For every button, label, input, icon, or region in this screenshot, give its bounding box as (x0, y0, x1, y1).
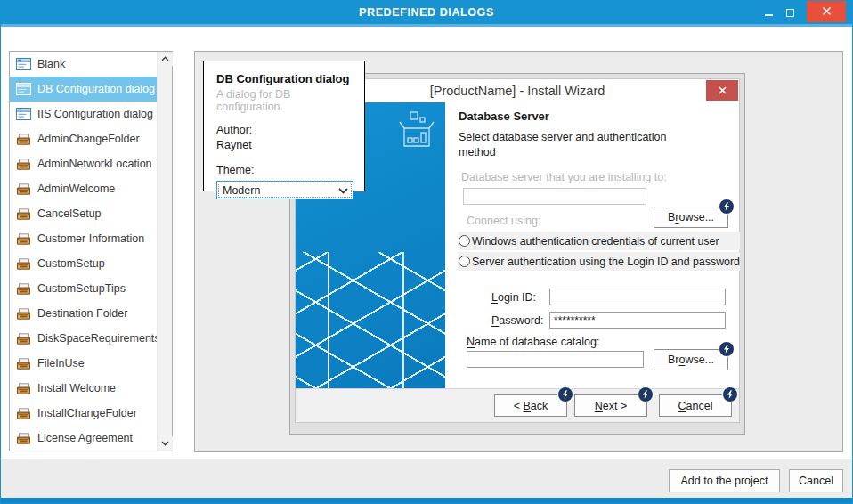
setup-template-icon (16, 357, 31, 370)
windows-auth-radio[interactable] (459, 235, 470, 247)
close-icon (822, 6, 832, 16)
server-auth-radio[interactable] (459, 256, 470, 267)
chevron-down-icon (338, 188, 348, 194)
close-icon (719, 86, 727, 94)
list-item-blank[interactable]: Blank (10, 52, 157, 77)
theme-dropdown[interactable]: Modern (216, 181, 353, 199)
footer-cancel-button[interactable]: Cancel (789, 469, 843, 492)
list-item-iis-configuration-dialog[interactable]: IIS Configuration dialog (10, 102, 157, 126)
list-item-fileinuse[interactable]: FileInUse (10, 351, 157, 376)
wizard-heading: Database Server (459, 110, 549, 123)
popup-description: A dialog for DB configuration. (216, 88, 352, 113)
footer-bar: Add to the project Cancel (1, 459, 852, 498)
chevron-up-icon (161, 56, 169, 61)
list-item-label: AdminWelcome (37, 183, 115, 195)
list-scrollbar[interactable] (157, 52, 172, 451)
wizard-cancel-button[interactable]: Cancel (659, 394, 732, 417)
list-item-installchangefolder[interactable]: InstallChangeFolder (10, 401, 157, 426)
connect-using-label: Connect using: (467, 215, 540, 227)
wizard-button-bar: < Back Next > Cancel (296, 388, 739, 422)
browse-server-button[interactable]: Browse... (654, 207, 728, 228)
lightning-bolt-icon (723, 345, 730, 354)
dialog-window-icon (16, 58, 31, 70)
list-item-customsetuptips[interactable]: CustomSetupTips (10, 276, 157, 301)
setup-template-icon (16, 432, 31, 444)
lightning-bolt-icon (642, 390, 649, 399)
lightning-bolt-icon (723, 202, 730, 211)
list-item-customer-information[interactable]: Customer Information (10, 226, 157, 251)
list-item-label: CancelSetup (37, 207, 102, 220)
setup-template-icon (16, 207, 31, 220)
setup-template-icon (16, 332, 31, 345)
dialog-window-icon (16, 108, 31, 120)
list-item-label: CustomSetup (37, 257, 105, 270)
popup-title: DB Configuration dialog (216, 72, 352, 85)
dialog-window-icon (16, 83, 31, 95)
list-item-label: IIS Configuration dialog (37, 108, 153, 120)
minimize-button[interactable] (759, 4, 778, 21)
author-value: Raynet (216, 138, 352, 153)
password-input[interactable] (549, 312, 726, 329)
catalog-input[interactable] (467, 351, 644, 368)
scroll-down-button[interactable] (158, 436, 173, 451)
maximize-button[interactable] (780, 4, 800, 21)
list-item-label: CustomSetupTips (37, 282, 126, 295)
list-item-label: AdminNetworkLocation (37, 158, 152, 170)
list-item-label: Blank (37, 58, 65, 70)
setup-template-icon (16, 282, 31, 295)
window-titlebar: PREDEFINED DIALOGS (0, 0, 853, 27)
setup-template-icon (16, 158, 31, 170)
dialog-template-items: Blank DB Configuration dialog IIS Config… (10, 52, 157, 451)
template-info-popup: DB Configuration dialog A dialog for DB … (203, 61, 365, 191)
lightning-bolt-icon (727, 390, 734, 399)
login-id-input[interactable] (549, 289, 726, 305)
add-to-project-button[interactable]: Add to the project (669, 469, 780, 492)
list-item-label: InstallChangeFolder (37, 407, 137, 419)
list-item-label: License Agreement (37, 432, 133, 444)
list-item-label: DB Configuration dialog (37, 83, 155, 95)
list-item-label: AdminChangeFolder (37, 133, 140, 145)
list-item-cancelsetup[interactable]: CancelSetup (10, 201, 157, 226)
list-item-license-agreement[interactable]: License Agreement (10, 426, 157, 451)
list-item-label: Destination Folder (37, 307, 127, 320)
package-box-icon (399, 110, 435, 150)
list-item-adminnetworklocation[interactable]: AdminNetworkLocation (10, 151, 157, 176)
list-item-diskspacerequirements[interactable]: DiskSpaceRequirements (10, 326, 157, 351)
chevron-down-icon (161, 441, 169, 446)
setup-template-icon (16, 257, 31, 270)
windows-auth-label: Windows authentication credentials of cu… (472, 235, 719, 248)
wizard-content: Database Server Select database server a… (445, 102, 739, 388)
wizard-close-button[interactable] (706, 80, 738, 101)
list-item-customsetup[interactable]: CustomSetup (10, 251, 157, 276)
list-item-label: Install Welcome (37, 382, 116, 394)
event-badge (723, 387, 737, 402)
browse-catalog-button[interactable]: Browse... (654, 349, 728, 370)
list-item-install-welcome[interactable]: Install Welcome (10, 376, 157, 401)
database-server-input[interactable] (463, 188, 646, 205)
next-button[interactable]: Next > (574, 394, 647, 417)
server-auth-radio-row[interactable]: Server authentication using the Login ID… (458, 252, 740, 271)
database-server-label: Database server that you are installing … (461, 171, 667, 183)
event-badge (719, 342, 734, 356)
wizard-subheading: Select database server and authenticatio… (459, 130, 701, 160)
setup-template-icon (16, 183, 31, 195)
maximize-icon (786, 9, 794, 17)
scroll-up-button[interactable] (158, 52, 173, 66)
event-badge (558, 387, 573, 402)
close-button[interactable] (807, 0, 846, 22)
list-item-adminchangefolder[interactable]: AdminChangeFolder (10, 126, 157, 151)
windows-auth-radio-row[interactable]: Windows authentication credentials of cu… (458, 232, 740, 250)
window-title: PREDEFINED DIALOGS (0, 6, 853, 19)
theme-label: Theme: (216, 163, 352, 178)
setup-template-icon (16, 133, 31, 145)
list-item-db-configuration-dialog[interactable]: DB Configuration dialog (10, 77, 157, 102)
setup-template-icon (16, 407, 31, 419)
setup-template-icon (16, 307, 31, 320)
list-item-adminwelcome[interactable]: AdminWelcome (10, 176, 157, 201)
setup-template-icon (16, 382, 31, 394)
list-item-destination-folder[interactable]: Destination Folder (10, 301, 157, 326)
login-id-label: Login ID: (491, 291, 536, 304)
back-button[interactable]: < Back (494, 394, 567, 417)
setup-template-icon (16, 232, 31, 245)
dialog-template-list: Blank DB Configuration dialog IIS Config… (9, 51, 173, 451)
